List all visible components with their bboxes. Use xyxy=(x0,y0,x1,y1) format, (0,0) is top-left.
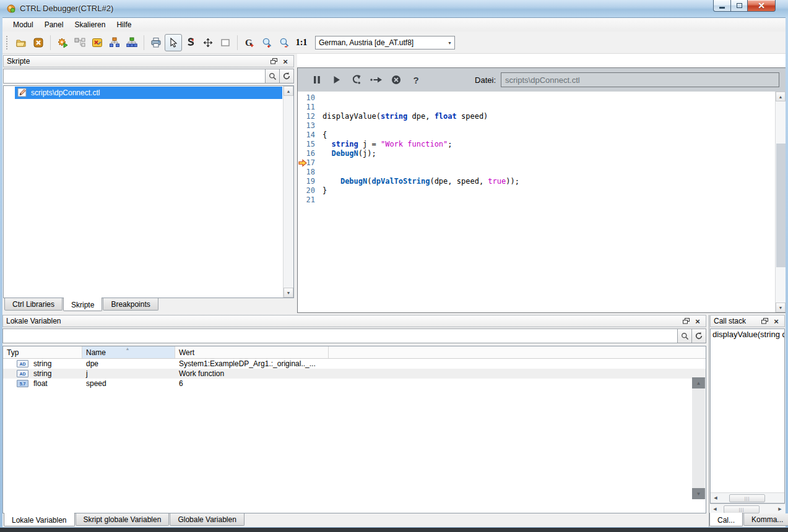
menu-item-hilfe[interactable]: Hilfe xyxy=(111,19,137,31)
toolbar-separator xyxy=(237,35,238,50)
scroll-up-icon[interactable]: ▲ xyxy=(776,92,786,101)
search-icon[interactable] xyxy=(678,328,692,343)
maximize-button[interactable] xyxy=(731,0,748,12)
tab-skript-globale-variablen[interactable]: Skript globale Variablen xyxy=(76,513,170,526)
print-icon[interactable] xyxy=(147,34,165,51)
line-number: 17 xyxy=(298,158,315,168)
script-list[interactable]: scripts\dpConnect.ctl ▲ ▼ xyxy=(3,85,294,298)
pause-icon[interactable] xyxy=(309,72,325,88)
float-panel-icon[interactable] xyxy=(760,317,769,325)
open-folder-icon[interactable] xyxy=(12,34,30,51)
tab-skripte[interactable]: Skripte xyxy=(63,298,102,311)
refresh-icon[interactable] xyxy=(692,328,706,343)
scroll-up-icon[interactable]: ▲ xyxy=(692,377,705,388)
tab-komma-[interactable]: Komma... xyxy=(743,513,788,526)
select-mode-icon[interactable] xyxy=(165,34,182,51)
minimize-button[interactable] xyxy=(713,0,731,12)
callstack-list[interactable]: displayValue(string d ◀ ||| xyxy=(710,328,785,504)
skripte-panel-title: Skripte xyxy=(7,57,30,66)
chevron-down-icon: ▼ xyxy=(448,41,452,45)
code-line: 17 DebugN(dpValToString(dpe, speed, true… xyxy=(298,158,775,168)
scroll-down-icon[interactable]: ▼ xyxy=(284,288,293,298)
code-line: 19 xyxy=(298,177,775,186)
locals-scrollbar[interactable]: ▲ ▼ xyxy=(692,377,705,499)
code-token xyxy=(323,149,331,158)
step-into-icon[interactable] xyxy=(349,72,365,88)
screen-bottom-edge xyxy=(0,528,788,532)
module-nodes-icon[interactable] xyxy=(71,34,89,51)
language-select-value: German, Austria [de_AT.utf8] xyxy=(319,38,413,47)
file-input[interactable] xyxy=(501,72,779,87)
move-mode-icon[interactable] xyxy=(199,34,217,51)
script-list-scrollbar[interactable]: ▲ ▼ xyxy=(283,86,293,298)
callstack-entry[interactable]: displayValue(string d xyxy=(711,329,784,340)
panel-tools-icon[interactable] xyxy=(89,34,106,51)
column-header-wert[interactable]: Wert xyxy=(175,346,329,358)
code-token xyxy=(323,140,331,148)
locals-search-input[interactable] xyxy=(2,328,678,343)
scroll-up-icon[interactable]: ▲ xyxy=(284,86,293,96)
type-icon: AD xyxy=(17,370,28,377)
scrollbar-thumb[interactable] xyxy=(776,144,786,267)
stop-icon[interactable] xyxy=(388,72,404,88)
grid-icon[interactable]: G xyxy=(241,34,258,51)
editor-box: ? Datei: 101112displayValue(string dpe, … xyxy=(297,67,786,313)
scroll-left-icon[interactable]: ◀ xyxy=(711,494,721,503)
float-panel-icon[interactable] xyxy=(681,317,691,325)
sort-asc-icon: ▲ xyxy=(126,346,130,351)
code-token: DebugN xyxy=(331,149,358,158)
scrollbar-thumb[interactable]: ||| xyxy=(724,505,760,513)
close-button[interactable]: ✕ xyxy=(748,0,776,12)
code-token: string xyxy=(331,140,358,148)
title-bar[interactable]: CTRL Debugger(CTRL#2) ✕ xyxy=(0,0,788,17)
main-area: Skripte × xyxy=(2,54,786,527)
code-editor[interactable]: 101112displayValue(string dpe, float spe… xyxy=(298,92,775,312)
float-panel-icon[interactable] xyxy=(269,57,279,66)
zoom-in-icon[interactable] xyxy=(258,34,275,51)
menu-item-modul[interactable]: Modul xyxy=(7,19,39,31)
menu-item-panel[interactable]: Panel xyxy=(39,19,69,31)
close-panel-icon[interactable]: × xyxy=(771,317,781,325)
hierarchy-green-icon[interactable] xyxy=(123,34,141,51)
zoom-out-icon[interactable] xyxy=(275,34,293,51)
cell-typ: ADstring xyxy=(3,369,82,378)
close-panel-icon[interactable]: × xyxy=(280,57,290,66)
scroll-down-icon[interactable]: ▼ xyxy=(692,488,705,499)
scroll-down-icon[interactable]: ▼ xyxy=(776,302,786,312)
table-row[interactable]: ADstringjWork function xyxy=(3,369,706,379)
refresh-icon[interactable] xyxy=(280,69,294,84)
code-line: 13 xyxy=(298,121,775,131)
column-header-typ[interactable]: Typ xyxy=(3,346,82,358)
step-over-icon[interactable] xyxy=(368,72,384,88)
zoom-rect-icon[interactable] xyxy=(217,34,234,51)
table-row[interactable]: 5.7floatspeed6 xyxy=(3,379,706,388)
skripte-search-input[interactable] xyxy=(3,69,266,84)
settings-gear-icon[interactable] xyxy=(54,34,71,51)
line-number: 19 xyxy=(298,177,315,186)
close-panel-icon[interactable]: × xyxy=(693,317,703,325)
scroll-right-icon[interactable]: ▶ xyxy=(775,505,785,514)
script-list-item[interactable]: scripts\dpConnect.ctl xyxy=(15,87,282,99)
tab-cal-[interactable]: Cal... xyxy=(709,513,743,526)
maximize-icon xyxy=(737,3,742,8)
line-number: 18 xyxy=(298,168,315,177)
tab-ctrl-libraries[interactable]: Ctrl Libraries xyxy=(4,298,63,311)
callstack-list-hscrollbar[interactable]: ◀ ||| xyxy=(711,492,784,503)
tab-globale-variablen[interactable]: Globale Variablen xyxy=(170,513,245,526)
continue-icon[interactable] xyxy=(329,72,345,88)
editor-scrollbar[interactable]: ▲ ▼ xyxy=(775,92,786,312)
scrollbar-thumb[interactable]: ||| xyxy=(729,494,765,502)
search-icon[interactable] xyxy=(266,69,280,84)
zoom-1to1-icon[interactable]: 1:1 xyxy=(293,34,310,51)
tab-breakpoints[interactable]: Breakpoints xyxy=(103,298,158,311)
help-icon[interactable]: ? xyxy=(408,72,424,88)
exit-module-icon[interactable] xyxy=(30,34,47,51)
menu-item-skalieren[interactable]: Skalieren xyxy=(69,19,111,31)
column-header-name[interactable]: ▲Name xyxy=(82,346,175,358)
language-select[interactable]: German, Austria [de_AT.utf8] ▼ xyxy=(315,36,455,49)
tab-lokale-variablen[interactable]: Lokale Variablen xyxy=(4,513,75,526)
table-row[interactable]: ADstringdpeSystem1:ExampleDP_Arg1.:_orig… xyxy=(3,359,706,369)
catch-mode-icon[interactable] xyxy=(182,34,199,51)
toolbar-drag-handle[interactable] xyxy=(5,35,9,51)
hierarchy-orange-icon[interactable] xyxy=(106,34,123,51)
